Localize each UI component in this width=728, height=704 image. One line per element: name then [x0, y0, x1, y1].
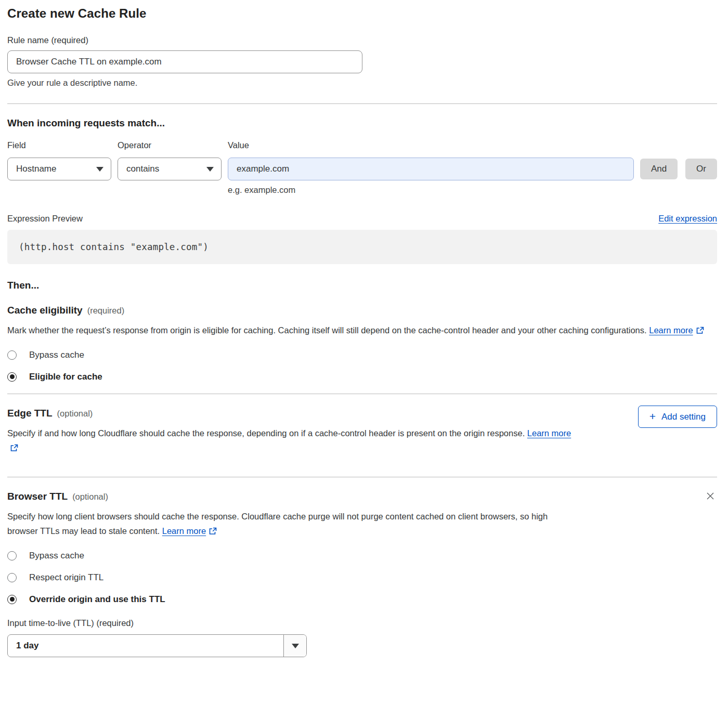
cache-eligibility-description-text: Mark whether the request’s response from… [7, 325, 647, 335]
expression-preview-row: Expression Preview Edit expression [7, 214, 717, 224]
browser-ttl-options: Bypass cache Respect origin TTL Override… [7, 551, 717, 605]
external-link-icon [10, 444, 18, 452]
expression-preview-label: Expression Preview [7, 214, 83, 224]
cache-eligibility-heading: Cache eligibility (required) [7, 305, 717, 316]
rule-name-helper: Give your rule a descriptive name. [7, 78, 717, 88]
cache-eligibility-qualifier: (required) [87, 306, 125, 316]
expression-code-box: (http.host contains "example.com") [7, 230, 717, 264]
create-cache-rule-form: Create new Cache Rule Rule name (require… [0, 0, 728, 667]
cache-eligibility-options: Bypass cache Eligible for cache [7, 350, 717, 382]
ttl-input-group: Input time-to-live (TTL) (required) 1 da… [7, 618, 717, 657]
or-button[interactable]: Or [685, 159, 717, 179]
cache-eligibility-section: Cache eligibility (required) Mark whethe… [7, 305, 717, 382]
edge-ttl-title: Edge TTL [7, 408, 53, 419]
edge-ttl-description-text: Specify if and how long Cloudflare shoul… [7, 428, 525, 438]
condition-row: Field Hostname Operator contains Value A… [7, 140, 717, 180]
divider [7, 103, 717, 104]
rule-name-input[interactable] [7, 50, 362, 73]
edit-expression-link[interactable]: Edit expression [658, 214, 717, 224]
bottom-padding [7, 657, 717, 667]
value-column: Value [228, 140, 634, 180]
radio-label: Eligible for cache [29, 372, 102, 382]
browser-ttl-section: Browser TTL (optional) Specify how long … [7, 491, 717, 657]
external-link-icon [696, 327, 704, 334]
field-label: Field [7, 140, 111, 150]
radio-bypass-cache[interactable]: Bypass cache [7, 350, 717, 360]
plus-icon: + [649, 411, 656, 422]
value-input[interactable] [228, 158, 634, 180]
radio-override-origin-ttl[interactable]: Override origin and use this TTL [7, 594, 717, 605]
edge-ttl-qualifier: (optional) [57, 409, 93, 419]
field-select-value: Hostname [16, 164, 56, 174]
radio-circle-icon[interactable] [7, 573, 17, 582]
chevron-down-icon [292, 644, 299, 648]
rule-name-label: Rule name (required) [7, 35, 88, 45]
browser-ttl-heading: Browser TTL (optional) [7, 491, 717, 502]
rule-name-group: Rule name (required) Give your rule a de… [7, 35, 717, 88]
browser-ttl-learn-more-link[interactable]: Learn more [162, 526, 206, 536]
add-setting-label: Add setting [661, 412, 706, 422]
edge-ttl-section: Edge TTL (optional) + Add setting Specif… [7, 408, 717, 455]
radio-label: Override origin and use this TTL [29, 594, 165, 605]
chevron-down-icon [206, 167, 214, 172]
cache-eligibility-title: Cache eligibility [7, 305, 83, 316]
ttl-select-value: 1 day [8, 635, 283, 657]
edge-ttl-description: Specify if and how long Cloudflare shoul… [7, 426, 577, 455]
and-button[interactable]: And [640, 159, 678, 179]
page-title: Create new Cache Rule [7, 6, 717, 21]
edge-ttl-learn-more-link[interactable]: Learn more [527, 428, 571, 438]
radio-circle-icon[interactable] [7, 551, 17, 560]
field-column: Field Hostname [7, 140, 111, 180]
radio-label: Respect origin TTL [29, 572, 103, 583]
ttl-select[interactable]: 1 day [7, 634, 307, 657]
chevron-down-icon [96, 167, 103, 172]
cache-eligibility-learn-more-link[interactable]: Learn more [649, 325, 693, 335]
operator-label: Operator [118, 140, 222, 150]
external-link-icon [209, 527, 217, 535]
radio-respect-origin-ttl[interactable]: Respect origin TTL [7, 572, 717, 583]
operator-select-value: contains [126, 164, 159, 174]
value-helper: e.g. example.com [228, 185, 717, 195]
operator-select[interactable]: contains [118, 158, 222, 180]
add-setting-button[interactable]: + Add setting [638, 406, 717, 428]
radio-eligible-for-cache[interactable]: Eligible for cache [7, 372, 717, 382]
cache-eligibility-description: Mark whether the request’s response from… [7, 323, 717, 337]
browser-ttl-qualifier: (optional) [72, 492, 108, 502]
radio-bypass-cache[interactable]: Bypass cache [7, 551, 717, 561]
then-heading: Then... [7, 280, 717, 291]
value-label: Value [228, 140, 634, 150]
radio-circle-selected-icon[interactable] [7, 595, 17, 604]
divider [7, 477, 717, 477]
browser-ttl-title: Browser TTL [7, 491, 68, 502]
browser-ttl-description-text: Specify how long client browsers should … [7, 512, 548, 536]
ttl-select-arrow-box[interactable] [283, 635, 306, 657]
operator-column: Operator contains [118, 140, 222, 180]
match-heading: When incoming requests match... [7, 118, 717, 129]
edge-ttl-heading: Edge TTL (optional) [7, 408, 717, 419]
ttl-label: Input time-to-live (TTL) (required) [7, 618, 134, 628]
radio-label: Bypass cache [29, 551, 84, 561]
field-select[interactable]: Hostname [7, 158, 111, 180]
radio-label: Bypass cache [29, 350, 84, 360]
radio-circle-icon[interactable] [7, 350, 17, 360]
browser-ttl-description: Specify how long client browsers should … [7, 509, 577, 538]
close-icon[interactable] [704, 490, 717, 503]
divider [7, 394, 717, 394]
radio-circle-selected-icon[interactable] [7, 372, 17, 382]
